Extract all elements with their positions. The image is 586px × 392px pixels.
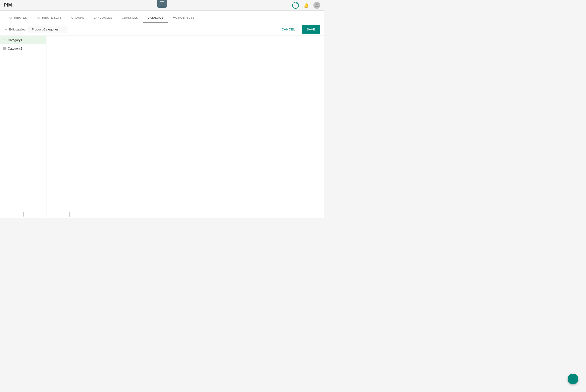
tab-channels[interactable]: CHANNELS — [117, 13, 143, 23]
nav-tabs: ATTRIBUTES ATTRIBUTE SETS GROUPS LANGUAG… — [0, 11, 324, 23]
tab-attributes[interactable]: ATTRIBUTES — [4, 13, 32, 23]
floating-toolbar[interactable] — [157, 0, 167, 8]
tab-catalogs[interactable]: CATALOGS — [143, 13, 168, 23]
category-label-1: Category1 — [8, 38, 22, 42]
category-column-2 — [46, 36, 93, 218]
app-header: PIM 🔔 — [0, 0, 324, 11]
edit-bar: ← Edit catalog CANCEL SAVE — [0, 23, 324, 36]
tab-groups[interactable]: GROUPS — [66, 13, 89, 23]
save-button[interactable]: SAVE — [302, 25, 320, 34]
avatar[interactable] — [314, 2, 320, 9]
category-column-1: Category1 Category2 — [0, 36, 46, 218]
menu-line-1 — [160, 2, 164, 2]
tab-attribute-sets[interactable]: ATTRIBUTE SETS — [32, 13, 66, 23]
back-button[interactable]: ← Edit catalog — [4, 27, 26, 32]
cancel-button[interactable]: CANCEL — [278, 26, 299, 33]
col2-resize-handle[interactable] — [69, 212, 70, 217]
app-logo: PIM — [4, 3, 12, 8]
notification-bell-icon[interactable]: 🔔 — [303, 2, 310, 9]
category-label-2: Category2 — [8, 47, 22, 50]
content-area: Category1 Category2 — [0, 36, 324, 218]
category-item-1[interactable]: Category1 — [0, 36, 46, 44]
tab-languages[interactable]: LANGUAGES — [89, 13, 117, 23]
menu-line-2 — [160, 4, 164, 4]
header-center-toolbar — [157, 0, 167, 8]
menu-line-3 — [160, 6, 164, 6]
header-right: 🔔 — [292, 2, 320, 9]
drag-handle-icon-2 — [3, 48, 6, 50]
edit-catalog-label: Edit catalog — [9, 28, 26, 31]
category-item-2[interactable]: Category2 — [0, 44, 46, 53]
back-arrow-icon: ← — [4, 27, 8, 32]
activity-icon[interactable] — [292, 2, 299, 9]
col1-resize-handle[interactable] — [23, 212, 24, 217]
tab-variant-sets[interactable]: VARIANT SETS — [168, 13, 199, 23]
drag-handle-icon-1 — [3, 39, 6, 41]
catalog-name-input[interactable] — [28, 26, 67, 33]
category-column-3 — [93, 36, 324, 218]
